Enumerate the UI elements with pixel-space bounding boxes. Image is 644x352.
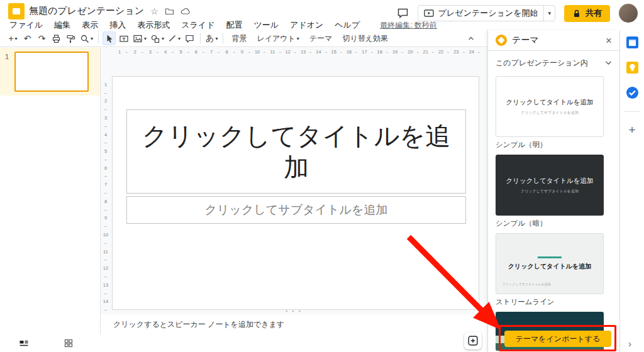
slide-thumbnail[interactable] — [14, 52, 89, 92]
text-box-tool[interactable] — [117, 31, 130, 45]
import-theme-button[interactable]: テーマをインポートする — [504, 331, 611, 347]
header-actions: プレゼンテーションを開始 ▾ 共有 — [397, 4, 638, 23]
ruler-mark: 17 — [357, 49, 372, 57]
theme-card-title: クリックしてタイトルを追加 — [506, 177, 593, 185]
collapse-toolbar-button[interactable] — [464, 31, 477, 45]
ruler-mark: 13 — [296, 49, 311, 57]
keep-app-button[interactable] — [626, 61, 639, 74]
menu-file[interactable]: ファイル — [9, 19, 43, 31]
present-label: プレゼンテーションを開始 — [438, 8, 538, 19]
menu-arrange[interactable]: 配置 — [226, 19, 242, 31]
ruler-mark: 14 — [311, 49, 326, 57]
tasks-app-button[interactable] — [626, 86, 639, 99]
ruler-mark: 3 — [102, 109, 109, 126]
insert-comment-button[interactable] — [183, 31, 196, 45]
avatar[interactable] — [619, 4, 638, 23]
ruler-mark: 16 — [341, 49, 357, 57]
toolbar-divider — [200, 33, 201, 43]
ruler-mark: 24 — [464, 49, 479, 57]
undo-button[interactable]: ↶ — [21, 31, 34, 45]
add-slide-button[interactable]: +▾ — [6, 31, 19, 45]
ruler-mark: 6 — [102, 160, 109, 177]
menu-addons[interactable]: アドオン — [290, 19, 323, 31]
slides-logo[interactable] — [8, 3, 25, 19]
ruler-mark: 1 — [102, 76, 109, 93]
in-presentation-section[interactable]: このプレゼンテーション内 — [488, 51, 619, 70]
present-button[interactable]: プレゼンテーションを開始 ▾ — [418, 5, 555, 21]
theme-card-streamline[interactable]: クリックしてタイトルを追加 クリックしてサブタイトルを追加 — [496, 233, 604, 294]
ruler-mark: 7 — [102, 176, 109, 193]
ruler-mark: 1 — [112, 49, 127, 57]
theme-name-label: シンプル（暗） — [496, 219, 604, 228]
theme-card-title: クリックしてタイトルを追加 — [508, 262, 592, 271]
section-label: このプレゼンテーション内 — [496, 58, 588, 69]
get-addons-button[interactable]: + — [628, 124, 635, 136]
insert-image-button[interactable]: ▾ — [131, 31, 148, 45]
grid-view-button[interactable] — [64, 339, 73, 348]
menu-view[interactable]: 表示 — [82, 19, 98, 31]
present-dropdown[interactable]: ▾ — [543, 6, 555, 21]
insert-shape-button[interactable]: ▾ — [149, 31, 165, 45]
share-button[interactable]: 共有 — [564, 5, 610, 22]
theme-button[interactable]: テーマ — [305, 31, 337, 45]
speaker-notes[interactable]: クリックするとスピーカー ノートを追加できます — [101, 314, 487, 352]
hide-side-panel-button[interactable]: › — [628, 338, 631, 349]
ruler-mark: 23 — [448, 49, 464, 57]
speaker-notes-placeholder[interactable]: クリックするとスピーカー ノートを追加できます — [113, 319, 284, 330]
menu-slide[interactable]: スライド — [181, 19, 214, 31]
close-panel-button[interactable]: × — [606, 35, 612, 46]
theme-card-subtitle: クリックしてサブタイトルを追加 — [521, 110, 579, 116]
transition-button[interactable]: 切り替え効果 — [338, 31, 392, 45]
google-slides-app: 無題のプレゼンテーション ☆ ファイル 編集 表示 挿入 表示形式 スライド 配… — [0, 0, 644, 352]
ruler-vertical: 1234567891011121314 — [102, 76, 109, 310]
ruler-mark: 8 — [219, 49, 234, 57]
ruler-mark: 11 — [102, 243, 109, 260]
theme-card-simple-dark[interactable]: クリックしてタイトルを追加 クリックしてサブタイトルを追加 — [496, 155, 604, 216]
paint-format-button[interactable] — [64, 31, 77, 45]
slide-canvas[interactable]: クリックしてタイトルを追加 クリックしてサブタイトルを追加 — [112, 76, 479, 310]
slide-subtitle-placeholder[interactable]: クリックしてサブタイトルを追加 — [126, 196, 466, 224]
zoom-button[interactable]: ▾ — [79, 31, 94, 45]
slide-row[interactable]: 1 — [0, 48, 100, 96]
slide-number: 1 — [5, 52, 14, 92]
side-rail: + — [619, 30, 644, 352]
redo-button[interactable]: ↷ — [35, 31, 48, 45]
menu-bar: ファイル 編集 表示 挿入 表示形式 スライド 配置 ツール アドオン ヘルプ … — [9, 19, 437, 31]
ruler-mark: 20 — [402, 49, 418, 57]
title-row: 無題のプレゼンテーション ☆ — [29, 5, 191, 17]
menu-insert[interactable]: 挿入 — [109, 19, 126, 31]
menu-help[interactable]: ヘルプ — [335, 19, 360, 31]
ruler-mark: 21 — [418, 49, 433, 57]
theme-card-subtitle: クリックしてサブタイトルを追加 — [521, 189, 579, 194]
background-button[interactable]: 背景 — [227, 31, 251, 45]
layout-button[interactable]: レイアウト▾ — [252, 31, 303, 45]
comments-button[interactable] — [397, 8, 409, 19]
menu-edit[interactable]: 編集 — [54, 19, 70, 31]
text-format-button[interactable]: あ ▾ — [204, 31, 219, 45]
ruler-mark: 13 — [102, 277, 109, 294]
insert-line-button[interactable]: ▾ — [167, 31, 182, 45]
theme-card-simple-light[interactable]: クリックしてタイトルを追加 クリックしてサブタイトルを追加 — [496, 76, 604, 137]
explore-button[interactable] — [464, 332, 482, 349]
theme-name-label: シンプル（明） — [496, 140, 604, 150]
filmstrip-view-button[interactable] — [19, 339, 29, 348]
ruler-mark: 19 — [387, 49, 402, 57]
star-icon[interactable]: ☆ — [150, 7, 158, 16]
ruler-mark: 14 — [102, 294, 109, 311]
notes-resize-handle[interactable]: • • • — [101, 309, 487, 313]
print-button[interactable] — [50, 31, 63, 45]
cloud-status-icon[interactable] — [180, 7, 191, 15]
calendar-app-button[interactable] — [626, 36, 639, 49]
rail-divider — [625, 111, 640, 112]
menu-format[interactable]: 表示形式 — [137, 19, 170, 31]
accent-line — [538, 256, 562, 258]
menu-tools[interactable]: ツール — [253, 19, 279, 31]
ruler-mark: 11 — [265, 49, 280, 57]
slide-title-placeholder[interactable]: クリックしてタイトルを追加 — [126, 109, 466, 194]
ruler-mark: 5 — [173, 49, 188, 57]
move-folder-icon[interactable] — [165, 7, 174, 16]
lock-icon — [572, 9, 581, 18]
theme-panel-title: テーマ — [512, 35, 601, 46]
document-title[interactable]: 無題のプレゼンテーション — [29, 5, 144, 17]
select-tool[interactable] — [103, 31, 116, 45]
